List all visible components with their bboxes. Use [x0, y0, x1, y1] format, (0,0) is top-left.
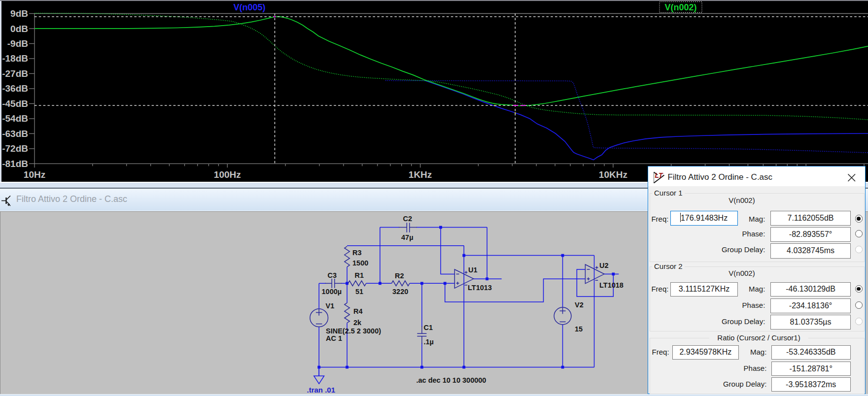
svg-text:V2: V2: [575, 301, 584, 309]
svg-text:U1: U1: [468, 266, 478, 274]
svg-text:C1: C1: [424, 324, 433, 331]
svg-text:V1: V1: [326, 302, 335, 310]
svg-text:SINE(2.5 2 3000): SINE(2.5 2 3000): [326, 327, 381, 335]
svg-text:R1: R1: [355, 271, 364, 279]
svg-text:R3: R3: [352, 249, 362, 257]
svg-text:.1µ: .1µ: [424, 338, 434, 346]
svg-text:.tran .01: .tran .01: [307, 386, 336, 394]
svg-text:51: 51: [355, 288, 363, 296]
svg-text:1000µ: 1000µ: [322, 288, 342, 296]
svg-text:R2: R2: [395, 272, 404, 280]
svg-text:15: 15: [575, 325, 583, 333]
svg-text:U2: U2: [599, 262, 609, 269]
svg-text:47µ: 47µ: [401, 233, 413, 241]
svg-text:.ac dec 10 10 300000: .ac dec 10 10 300000: [417, 376, 486, 384]
svg-text:R4: R4: [353, 307, 363, 315]
svg-text:C2: C2: [403, 215, 413, 223]
svg-text:1500: 1500: [352, 259, 368, 267]
svg-text:2k: 2k: [353, 319, 362, 327]
svg-text:C3: C3: [328, 271, 337, 279]
svg-text:LT1013: LT1013: [468, 284, 492, 292]
svg-text:AC 1: AC 1: [326, 334, 342, 342]
svg-text:3220: 3220: [392, 288, 408, 296]
svg-text:LT1018: LT1018: [599, 281, 624, 289]
svg-text:LT: LT: [655, 171, 664, 179]
